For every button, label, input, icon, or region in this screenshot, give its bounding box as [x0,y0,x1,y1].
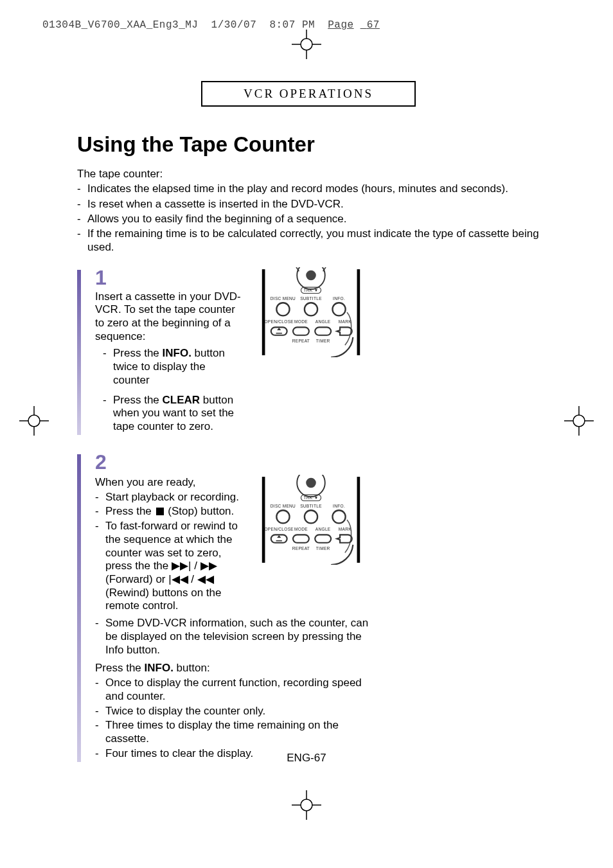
crop-mark-bottom [292,790,321,820]
remote-illustration: TRK ▼ DISC MENU SUBTITLE INFO. OPEN/CLOS… [260,267,362,357]
crop-mark-right [564,406,594,436]
svg-point-54 [332,510,345,523]
svg-point-31 [332,303,345,315]
step-2-item: -Start playback or recording. [95,491,243,504]
svg-text:ANGLE: ANGLE [315,319,331,324]
svg-rect-20 [262,269,265,355]
step-1-item: - Press the CLEAR button when you want t… [95,394,243,434]
step-2-press-lead: Press the INFO. button: [95,662,378,675]
proof-file: 01304B_V6700_XAA_Eng3_MJ [42,19,198,31]
svg-text:TIMER: TIMER [316,338,330,342]
step-2-item: -Twice to display the counter only. [95,705,378,718]
svg-text:MODE: MODE [294,527,308,531]
svg-marker-60 [277,535,281,538]
svg-rect-40 [315,327,331,335]
svg-rect-62 [293,535,309,542]
step-1-lead: Insert a cassette in your DVD-VCR. To se… [95,290,243,344]
step-1-item: - Press the INFO. button twice to displa… [95,347,243,387]
intro-block: The tape counter: -Indicates the elapsed… [77,167,540,254]
svg-text:MODE: MODE [294,319,308,324]
step-2-lead: When you are ready, [95,476,243,490]
svg-point-19 [573,415,585,427]
intro-item: -Is reset when a cassette is inserted in… [77,197,540,211]
svg-text:INFO.: INFO. [333,296,345,301]
intro-item: -Indicates the elapsed time in the play … [77,182,540,195]
svg-point-23 [306,270,316,280]
svg-text:OPEN/CLOSE: OPEN/CLOSE [264,319,294,324]
page-number: ENG-67 [0,752,613,765]
svg-point-30 [305,303,317,315]
svg-point-53 [305,510,317,523]
intro-item: -If the remaining time is to be calculat… [77,227,540,254]
svg-text:MARK: MARK [339,319,351,324]
svg-text:REPEAT: REPEAT [292,546,310,551]
step-2-item: - Press the (Stop) button. [95,505,243,518]
svg-rect-39 [293,327,309,335]
svg-text:TRK ▼: TRK ▼ [304,287,319,292]
proof-date: 1/30/07 [211,19,257,31]
step-2: 2 When you are ready, -Start playback or… [77,452,540,762]
svg-text:DISC MENU: DISC MENU [271,296,296,301]
step-accent-bar [77,454,81,762]
intro-item: -Allows you to easily find the beginning… [77,212,540,226]
svg-text:OPEN/CLOSE: OPEN/CLOSE [264,527,294,531]
step-2-item: -To fast-forward or rewind to the sequen… [95,520,243,613]
proof-header: 01304B_V6700_XAA_Eng3_MJ 1/30/07 8:07 PM… [42,19,393,31]
section-label: VCR OPERATIONS [201,81,416,107]
svg-point-14 [28,415,40,427]
svg-text:REPEAT: REPEAT [292,338,310,342]
crop-mark-left [19,406,49,436]
svg-text:SUBTITLE: SUBTITLE [300,296,322,301]
crop-mark-top [292,30,321,59]
page-title: Using the Tape Counter [77,132,540,157]
svg-text:DISC MENU: DISC MENU [271,504,296,508]
step-number: 2 [95,452,378,472]
svg-text:MARK: MARK [339,527,351,531]
svg-point-46 [306,478,316,488]
step-number: 1 [95,267,243,288]
svg-rect-44 [357,477,360,563]
svg-text:INFO.: INFO. [333,504,345,508]
remote-illustration: TRK ▼ DISC MENU SUBTITLE INFO. OPEN/CLOS… [260,475,362,565]
svg-rect-63 [315,535,331,542]
svg-text:ANGLE: ANGLE [315,527,331,531]
svg-text:SUBTITLE: SUBTITLE [300,504,322,508]
svg-text:TIMER: TIMER [316,546,330,551]
svg-rect-43 [262,477,265,563]
svg-text:TRK ▼: TRK ▼ [304,495,319,500]
proof-page-label: Page 67 [328,19,386,31]
svg-point-52 [276,510,289,523]
stop-icon [156,508,164,515]
svg-point-9 [301,799,312,811]
step-2-item: -Some DVD-VCR information, such as the c… [95,617,378,657]
intro-lead: The tape counter: [77,167,540,181]
step-2-item: -Three times to display the time remaini… [95,719,378,745]
svg-point-4 [301,39,312,50]
step-2-item: -Once to display the current function, r… [95,677,378,703]
svg-marker-37 [277,328,281,330]
svg-point-29 [276,303,289,315]
step-1: 1 Insert a cassette in your DVD-VCR. To … [77,267,540,435]
step-accent-bar [77,270,81,435]
svg-rect-21 [357,269,360,355]
